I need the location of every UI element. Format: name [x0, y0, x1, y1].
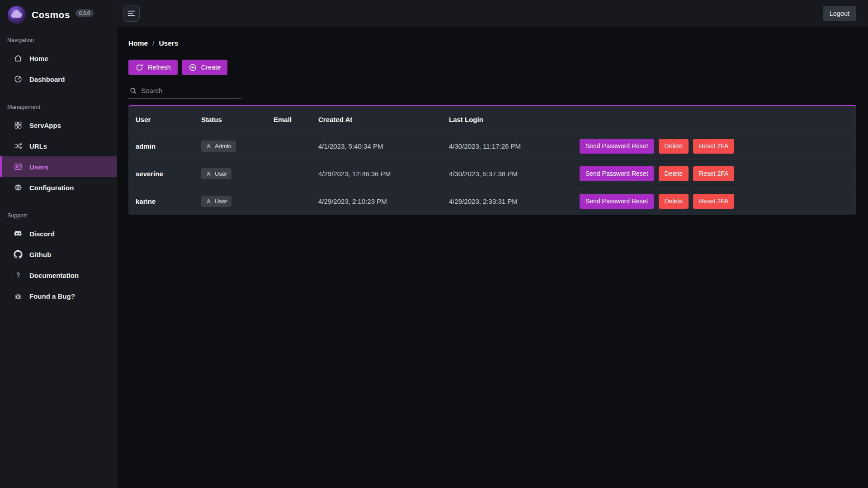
toolbar: Refresh Create	[128, 60, 856, 75]
reset-2fa-button[interactable]: Reset 2FA	[693, 139, 734, 154]
user-email	[266, 188, 311, 215]
urls-icon	[14, 141, 23, 150]
breadcrumb-separator: /	[152, 39, 154, 47]
user-last-login: 4/29/2023, 2:33:31 PM	[442, 188, 572, 215]
topbar: Logout	[117, 0, 868, 27]
menu-icon	[127, 9, 136, 18]
sidebar-item-label: Github	[29, 251, 51, 258]
person-icon	[206, 143, 212, 149]
delete-button[interactable]: Delete	[659, 194, 689, 209]
row-actions: Send Password Reset Delete Reset 2FA	[580, 194, 852, 209]
sidebar-header: Cosmos 0.3.0	[0, 0, 117, 30]
send-password-reset-button[interactable]: Send Password Reset	[580, 139, 654, 154]
users-icon	[14, 162, 23, 171]
user-email	[266, 160, 311, 188]
table-header-row: User Status Email Created At Last Login	[128, 106, 856, 132]
column-header-email: Email	[266, 106, 311, 132]
refresh-label: Refresh	[148, 64, 171, 71]
sidebar-item-home[interactable]: Home	[0, 48, 117, 69]
sidebar-item-users[interactable]: Users	[0, 156, 117, 177]
version-badge: 0.3.0	[75, 9, 94, 17]
github-icon	[14, 250, 23, 259]
status-label: User	[215, 170, 227, 177]
user-name: admin	[136, 142, 156, 150]
sidebar-section-navigation: Navigation Home Dashboard	[0, 34, 117, 89]
sidebar-section-management: Management ServApps URLs	[0, 101, 117, 198]
table-row: severine User 4/29/2023, 12:46	[128, 160, 856, 188]
reset-2fa-button[interactable]: Reset 2FA	[693, 194, 734, 209]
documentation-icon	[14, 271, 23, 280]
user-email	[266, 132, 311, 160]
person-icon	[206, 171, 212, 177]
sidebar-item-label: Home	[29, 55, 48, 62]
bug-icon	[14, 291, 23, 300]
delete-button[interactable]: Delete	[659, 166, 689, 181]
row-actions: Send Password Reset Delete Reset 2FA	[580, 139, 852, 154]
status-badge: User	[201, 196, 231, 207]
column-header-created-at: Created At	[311, 106, 442, 132]
user-name: karine	[136, 197, 156, 205]
breadcrumb-home[interactable]: Home	[128, 39, 148, 47]
status-badge: User	[201, 168, 231, 179]
sidebar-item-configuration[interactable]: Configuration	[0, 177, 117, 198]
sidebar-item-label: Discord	[29, 230, 55, 238]
sidebar-item-label: Configuration	[29, 184, 74, 192]
sidebar-toggle-button[interactable]	[123, 5, 140, 22]
sidebar-section-support: Support Discord Github	[0, 210, 117, 306]
column-header-last-login: Last Login	[442, 106, 572, 132]
sidebar-item-found-a-bug[interactable]: Found a Bug?	[0, 286, 117, 306]
user-last-login: 4/30/2023, 5:37:38 PM	[442, 160, 572, 188]
user-name: severine	[136, 170, 163, 178]
content: Home / Users Refresh Create	[117, 27, 868, 215]
sidebar-item-documentation[interactable]: Documentation	[0, 265, 117, 286]
sidebar-item-github[interactable]: Github	[0, 244, 117, 265]
main-area: Logout Home / Users Refresh	[117, 0, 868, 488]
send-password-reset-button[interactable]: Send Password Reset	[580, 194, 654, 209]
status-label: Admin	[215, 143, 231, 150]
column-header-user: User	[128, 106, 194, 132]
sidebar: Cosmos 0.3.0 Navigation Home Dashboard	[0, 0, 117, 488]
sidebar-item-urls[interactable]: URLs	[0, 136, 117, 156]
sidebar-nav: Navigation Home Dashboard Management	[0, 34, 117, 306]
sidebar-item-label: Dashboard	[29, 75, 65, 83]
refresh-icon	[135, 63, 144, 72]
reset-2fa-button[interactable]: Reset 2FA	[693, 166, 734, 181]
sidebar-section-label: Support	[0, 210, 117, 223]
search-box	[128, 85, 241, 99]
app-title: Cosmos	[32, 9, 70, 20]
row-actions: Send Password Reset Delete Reset 2FA	[580, 166, 852, 181]
sidebar-item-servapps[interactable]: ServApps	[0, 115, 117, 136]
sidebar-item-dashboard[interactable]: Dashboard	[0, 69, 117, 89]
refresh-button[interactable]: Refresh	[128, 60, 178, 75]
discord-icon	[14, 229, 23, 238]
configuration-icon	[14, 183, 23, 192]
users-table-card: User Status Email Created At Last Login …	[128, 105, 856, 215]
user-created-at: 4/29/2023, 12:46:36 PM	[311, 160, 442, 188]
delete-button[interactable]: Delete	[659, 139, 689, 154]
breadcrumb: Home / Users	[128, 39, 856, 47]
status-label: User	[215, 198, 227, 205]
user-created-at: 4/1/2023, 5:40:34 PM	[311, 132, 442, 160]
plus-circle-icon	[189, 63, 197, 72]
sidebar-item-discord[interactable]: Discord	[0, 223, 117, 244]
logout-button[interactable]: Logout	[823, 6, 856, 21]
sidebar-section-label: Management	[0, 101, 117, 115]
search-input[interactable]	[141, 87, 241, 94]
sidebar-item-label: Documentation	[29, 272, 79, 279]
status-badge: Admin	[201, 141, 236, 152]
sidebar-item-label: URLs	[29, 142, 47, 150]
cosmos-logo-icon	[7, 5, 26, 24]
create-button[interactable]: Create	[182, 60, 228, 75]
user-last-login: 4/30/2023, 11:17:26 PM	[442, 132, 572, 160]
users-table: User Status Email Created At Last Login …	[128, 106, 856, 215]
sidebar-item-label: Users	[29, 163, 48, 171]
sidebar-item-label: ServApps	[29, 122, 61, 129]
table-row: admin Admin 4/1/2023, 5:40:34	[128, 132, 856, 160]
send-password-reset-button[interactable]: Send Password Reset	[580, 166, 654, 181]
person-icon	[206, 198, 212, 204]
column-header-status: Status	[194, 106, 266, 132]
table-row: karine User 4/29/2023, 2:10:23	[128, 188, 856, 215]
sidebar-section-label: Navigation	[0, 34, 117, 48]
user-created-at: 4/29/2023, 2:10:23 PM	[311, 188, 442, 215]
breadcrumb-current: Users	[159, 39, 178, 47]
